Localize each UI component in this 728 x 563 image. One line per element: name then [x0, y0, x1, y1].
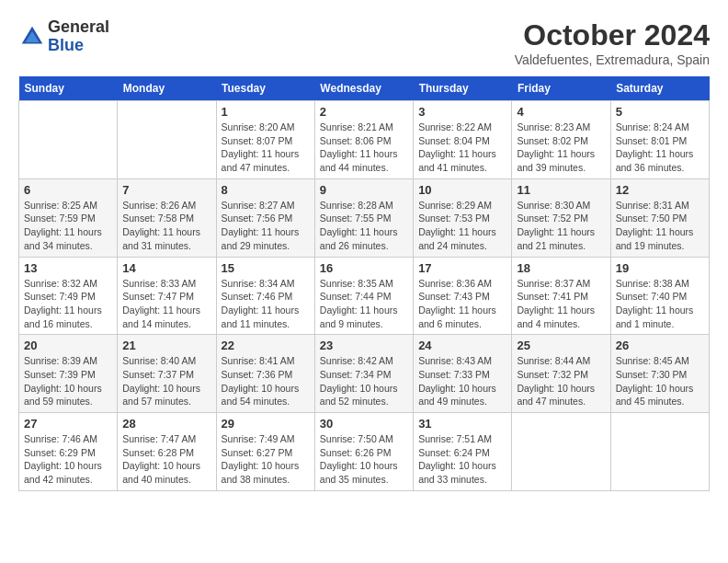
day-info: Sunrise: 8:27 AMSunset: 7:56 PMDaylight:… — [222, 199, 310, 253]
header-monday: Monday — [118, 76, 216, 101]
logo-blue: Blue — [48, 37, 109, 55]
calendar-cell: 27Sunrise: 7:46 AMSunset: 6:29 PMDayligh… — [19, 413, 118, 491]
calendar-cell: 23Sunrise: 8:42 AMSunset: 7:34 PMDayligh… — [314, 335, 413, 413]
day-number: 4 — [517, 105, 605, 119]
day-number: 9 — [320, 183, 408, 197]
header-friday: Friday — [512, 76, 610, 101]
week-row-5: 27Sunrise: 7:46 AMSunset: 6:29 PMDayligh… — [19, 413, 710, 491]
day-number: 26 — [616, 339, 704, 352]
day-number: 8 — [222, 183, 310, 197]
day-info: Sunrise: 8:39 AMSunset: 7:39 PMDaylight:… — [24, 354, 112, 408]
calendar-cell: 31Sunrise: 7:51 AMSunset: 6:24 PMDayligh… — [414, 413, 512, 491]
header-row: SundayMondayTuesdayWednesdayThursdayFrid… — [19, 76, 710, 101]
calendar-cell: 7Sunrise: 8:26 AMSunset: 7:58 PMDaylight… — [118, 178, 216, 257]
week-row-2: 6Sunrise: 8:25 AMSunset: 7:59 PMDaylight… — [19, 178, 710, 257]
day-info: Sunrise: 8:26 AMSunset: 7:58 PMDaylight:… — [122, 199, 210, 253]
day-number: 18 — [517, 261, 605, 275]
header-thursday: Thursday — [414, 76, 512, 101]
calendar-cell: 10Sunrise: 8:29 AMSunset: 7:53 PMDayligh… — [414, 178, 512, 257]
day-number: 14 — [122, 261, 210, 275]
header-wednesday: Wednesday — [314, 76, 413, 101]
header-sunday: Sunday — [19, 76, 118, 101]
calendar-cell: 1Sunrise: 8:20 AMSunset: 8:07 PMDaylight… — [216, 101, 314, 179]
calendar-cell — [610, 413, 709, 491]
calendar-cell: 21Sunrise: 8:40 AMSunset: 7:37 PMDayligh… — [118, 335, 216, 413]
logo-text: General Blue — [48, 18, 109, 55]
day-number: 11 — [517, 183, 605, 197]
day-number: 6 — [24, 183, 112, 197]
calendar-cell — [512, 413, 610, 491]
day-info: Sunrise: 8:42 AMSunset: 7:34 PMDaylight:… — [320, 354, 408, 408]
day-info: Sunrise: 8:25 AMSunset: 7:59 PMDaylight:… — [24, 199, 112, 253]
calendar-cell: 5Sunrise: 8:24 AMSunset: 8:01 PMDaylight… — [610, 101, 709, 179]
day-info: Sunrise: 8:36 AMSunset: 7:43 PMDaylight:… — [418, 277, 506, 331]
calendar-cell: 2Sunrise: 8:21 AMSunset: 8:06 PMDaylight… — [314, 101, 413, 179]
day-info: Sunrise: 8:21 AMSunset: 8:06 PMDaylight:… — [320, 121, 408, 175]
day-info: Sunrise: 8:37 AMSunset: 7:41 PMDaylight:… — [517, 277, 605, 331]
calendar-cell: 30Sunrise: 7:50 AMSunset: 6:26 PMDayligh… — [314, 413, 413, 491]
day-info: Sunrise: 8:43 AMSunset: 7:33 PMDaylight:… — [418, 354, 506, 408]
day-number: 7 — [122, 183, 210, 197]
calendar-cell — [19, 101, 118, 179]
day-number: 25 — [517, 339, 605, 352]
day-number: 27 — [24, 417, 112, 431]
day-number: 15 — [222, 261, 310, 275]
day-info: Sunrise: 8:41 AMSunset: 7:36 PMDaylight:… — [222, 354, 310, 408]
day-number: 29 — [222, 417, 310, 431]
calendar-cell: 25Sunrise: 8:44 AMSunset: 7:32 PMDayligh… — [512, 335, 610, 413]
calendar-cell: 26Sunrise: 8:45 AMSunset: 7:30 PMDayligh… — [610, 335, 709, 413]
day-info: Sunrise: 8:32 AMSunset: 7:49 PMDaylight:… — [24, 277, 112, 331]
day-number: 21 — [122, 339, 210, 352]
day-number: 31 — [418, 417, 506, 431]
page-header: General Blue October 2024 Valdefuentes, … — [18, 18, 710, 67]
day-info: Sunrise: 8:20 AMSunset: 8:07 PMDaylight:… — [222, 121, 310, 175]
day-info: Sunrise: 8:28 AMSunset: 7:55 PMDaylight:… — [320, 199, 408, 253]
calendar-cell: 6Sunrise: 8:25 AMSunset: 7:59 PMDaylight… — [19, 178, 118, 257]
calendar-cell: 11Sunrise: 8:30 AMSunset: 7:52 PMDayligh… — [512, 178, 610, 257]
day-number: 3 — [418, 105, 506, 119]
logo: General Blue — [18, 18, 109, 55]
day-number: 24 — [418, 339, 506, 352]
day-number: 13 — [24, 261, 112, 275]
week-row-1: 1Sunrise: 8:20 AMSunset: 8:07 PMDaylight… — [19, 101, 710, 179]
calendar-cell — [118, 101, 216, 179]
calendar-cell: 15Sunrise: 8:34 AMSunset: 7:46 PMDayligh… — [216, 257, 314, 335]
logo-general: General — [48, 18, 109, 37]
day-info: Sunrise: 8:24 AMSunset: 8:01 PMDaylight:… — [616, 121, 704, 175]
day-info: Sunrise: 8:44 AMSunset: 7:32 PMDaylight:… — [517, 354, 605, 408]
title-area: October 2024 Valdefuentes, Extremadura, … — [515, 18, 710, 67]
day-info: Sunrise: 7:50 AMSunset: 6:26 PMDaylight:… — [320, 432, 408, 487]
day-info: Sunrise: 8:40 AMSunset: 7:37 PMDaylight:… — [122, 354, 210, 408]
day-info: Sunrise: 7:47 AMSunset: 6:28 PMDaylight:… — [122, 432, 210, 487]
calendar-cell: 29Sunrise: 7:49 AMSunset: 6:27 PMDayligh… — [216, 413, 314, 491]
day-number: 20 — [24, 339, 112, 352]
day-number: 16 — [320, 261, 408, 275]
calendar-cell: 9Sunrise: 8:28 AMSunset: 7:55 PMDaylight… — [314, 178, 413, 257]
calendar-cell: 19Sunrise: 8:38 AMSunset: 7:40 PMDayligh… — [610, 257, 709, 335]
calendar-cell: 3Sunrise: 8:22 AMSunset: 8:04 PMDaylight… — [414, 101, 512, 179]
day-info: Sunrise: 8:35 AMSunset: 7:44 PMDaylight:… — [320, 277, 408, 331]
header-saturday: Saturday — [610, 76, 709, 101]
day-number: 30 — [320, 417, 408, 431]
calendar-cell: 16Sunrise: 8:35 AMSunset: 7:44 PMDayligh… — [314, 257, 413, 335]
logo-icon — [18, 23, 46, 51]
day-number: 12 — [616, 183, 704, 197]
day-info: Sunrise: 8:33 AMSunset: 7:47 PMDaylight:… — [122, 277, 210, 331]
day-info: Sunrise: 7:46 AMSunset: 6:29 PMDaylight:… — [24, 432, 112, 487]
calendar-cell: 13Sunrise: 8:32 AMSunset: 7:49 PMDayligh… — [19, 257, 118, 335]
day-number: 2 — [320, 105, 408, 119]
header-tuesday: Tuesday — [216, 76, 314, 101]
calendar-cell: 20Sunrise: 8:39 AMSunset: 7:39 PMDayligh… — [19, 335, 118, 413]
calendar-cell: 18Sunrise: 8:37 AMSunset: 7:41 PMDayligh… — [512, 257, 610, 335]
month-title: October 2024 — [515, 18, 710, 52]
day-info: Sunrise: 8:30 AMSunset: 7:52 PMDaylight:… — [517, 199, 605, 253]
location-subtitle: Valdefuentes, Extremadura, Spain — [515, 52, 710, 67]
day-number: 5 — [616, 105, 704, 119]
calendar-cell: 28Sunrise: 7:47 AMSunset: 6:28 PMDayligh… — [118, 413, 216, 491]
day-info: Sunrise: 8:31 AMSunset: 7:50 PMDaylight:… — [616, 199, 704, 253]
calendar-cell: 4Sunrise: 8:23 AMSunset: 8:02 PMDaylight… — [512, 101, 610, 179]
day-info: Sunrise: 7:49 AMSunset: 6:27 PMDaylight:… — [222, 432, 310, 487]
day-info: Sunrise: 8:23 AMSunset: 8:02 PMDaylight:… — [517, 121, 605, 175]
calendar-cell: 12Sunrise: 8:31 AMSunset: 7:50 PMDayligh… — [610, 178, 709, 257]
week-row-3: 13Sunrise: 8:32 AMSunset: 7:49 PMDayligh… — [19, 257, 710, 335]
